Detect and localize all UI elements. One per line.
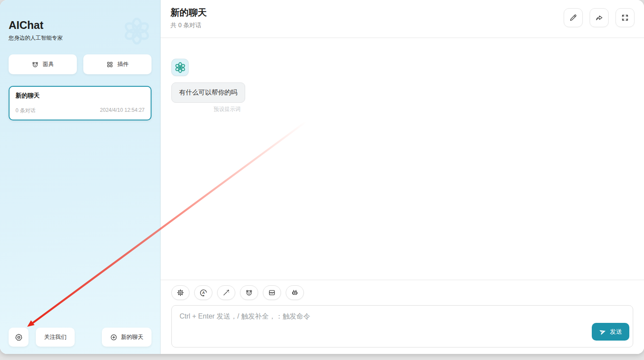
gear-icon	[15, 333, 23, 341]
send-button-label: 发送	[610, 328, 622, 336]
mask-button[interactable]: 面具	[9, 54, 77, 74]
openai-logo-watermark-icon	[122, 16, 152, 46]
chat-body: 有什么可以帮你的吗 预设提示词	[161, 38, 644, 280]
export-chat-button[interactable]	[590, 8, 609, 27]
pencil-edit-icon	[569, 14, 577, 22]
share-forward-icon	[595, 14, 603, 22]
theme-toggle-button[interactable]: A	[194, 285, 212, 300]
sidebar-bottom-bar: 关注我们 新的聊天	[9, 328, 152, 347]
chat-title[interactable]: 新的聊天	[170, 6, 207, 19]
sidebar-button-row: 面具 插件	[9, 54, 152, 74]
app-window: AIChat 您身边的人工智能专家 面具	[0, 0, 644, 354]
model-select-button[interactable]	[286, 285, 304, 300]
rename-chat-button[interactable]	[564, 8, 583, 27]
chat-item-title: 新的聊天	[16, 92, 145, 100]
chat-panel: 新的聊天 共 0 条对话	[161, 0, 644, 354]
chat-item-meta: 0 条对话 2024/4/10 12:54:27	[16, 107, 145, 114]
follow-us-label: 关注我们	[44, 333, 66, 341]
chat-item-count: 0 条对话	[16, 107, 35, 114]
chat-item-date: 2024/4/10 12:54:27	[100, 107, 145, 114]
magic-wand-icon	[222, 289, 230, 297]
openai-logo-icon	[174, 62, 186, 73]
chat-header-text: 新的聊天 共 0 条对话	[170, 6, 207, 29]
header-actions	[564, 6, 635, 27]
follow-us-button[interactable]: 关注我们	[36, 328, 75, 347]
prompt-hint-label: 预设提示词	[214, 106, 633, 113]
panda-mask-icon	[32, 61, 39, 68]
composer-toolbar: A	[171, 285, 633, 300]
bot-avatar	[171, 59, 189, 76]
chat-list-item[interactable]: 新的聊天 0 条对话 2024/4/10 12:54:27	[9, 86, 152, 120]
plugin-button-label: 插件	[117, 60, 129, 68]
svg-text:A: A	[202, 291, 205, 295]
new-chat-label: 新的聊天	[121, 333, 143, 341]
settings-button[interactable]	[9, 328, 28, 347]
composer: 发送	[171, 305, 633, 347]
chat-subtitle: 共 0 条对话	[170, 22, 207, 29]
chat-header: 新的聊天 共 0 条对话	[161, 0, 644, 38]
chat-settings-button[interactable]	[171, 285, 189, 300]
send-button[interactable]: 发送	[592, 323, 629, 341]
sidebar: AIChat 您身边的人工智能专家 面具	[0, 0, 161, 354]
mask-button-label: 面具	[43, 60, 54, 68]
paper-plane-icon	[599, 328, 606, 335]
gear-settings-icon	[177, 289, 184, 297]
clear-context-button[interactable]	[263, 285, 281, 300]
auto-theme-icon: A	[199, 289, 208, 297]
prompt-hints-button[interactable]	[217, 285, 235, 300]
fullscreen-expand-icon	[621, 14, 629, 22]
robot-model-icon	[291, 289, 299, 297]
new-chat-button[interactable]: 新的聊天	[102, 328, 152, 347]
clear-context-icon	[268, 289, 276, 297]
fullscreen-button[interactable]	[616, 8, 635, 27]
grid-apps-icon	[106, 61, 114, 68]
plugin-button[interactable]: 插件	[83, 54, 152, 74]
chat-input-panel: A	[161, 280, 644, 354]
mask-toolbar-button[interactable]	[240, 285, 258, 300]
bot-message-bubble: 有什么可以帮你的吗	[171, 82, 245, 103]
sidebar-resize-handle[interactable]	[158, 0, 162, 354]
plus-circle-icon	[110, 334, 117, 341]
panda-mask-icon	[245, 289, 253, 297]
chat-input[interactable]	[171, 305, 633, 347]
